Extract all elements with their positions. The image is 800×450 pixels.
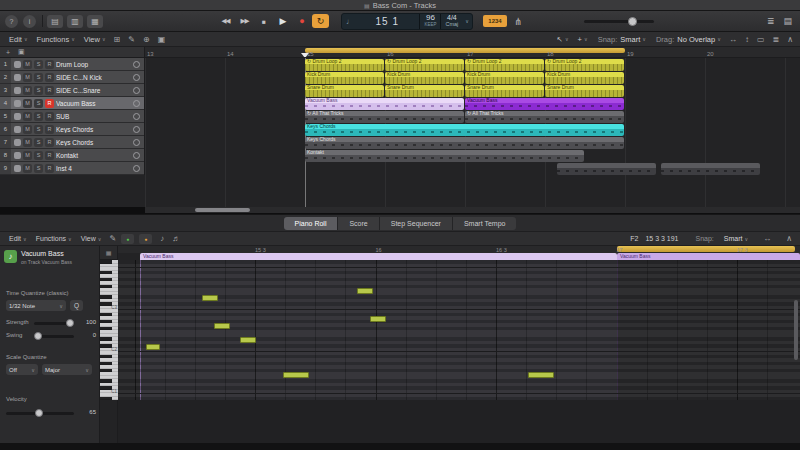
region[interactable]: Snare Drum (385, 85, 464, 97)
mixer-toggle-icon[interactable]: ▥ (67, 15, 83, 28)
pan-knob[interactable] (133, 100, 140, 107)
velocity-thumb[interactable] (35, 409, 43, 417)
region[interactable]: Kick Drum (465, 72, 544, 84)
pointer-tool-menu[interactable]: ↖∨ (557, 35, 569, 44)
collapse-icon[interactable]: ∧ (787, 35, 793, 44)
pan-knob[interactable] (133, 113, 140, 120)
record-button[interactable]: R (45, 60, 54, 69)
mute-button[interactable]: M (23, 164, 32, 173)
editor-functions-menu[interactable]: Functions∨ (36, 235, 72, 242)
drag-select[interactable]: No Overlap∨ (677, 35, 721, 44)
tab-score[interactable]: Score (338, 217, 379, 230)
track-header[interactable]: 5MSRSUB (0, 110, 144, 123)
strength-thumb[interactable] (66, 319, 74, 327)
record-button[interactable]: R (45, 138, 54, 147)
mute-button[interactable]: M (23, 138, 32, 147)
solo-button[interactable]: S (34, 112, 43, 121)
region[interactable]: Snare Drum (545, 85, 624, 97)
add-track-button[interactable]: + (6, 49, 10, 56)
scale-type-select[interactable]: Major∨ (42, 364, 92, 375)
pencil-icon[interactable]: ✎ (128, 35, 135, 44)
piano-keys[interactable]: C3C2C1 (100, 260, 118, 400)
track-header[interactable]: 4MSRVacuum Bass (0, 97, 144, 110)
zoom-horizontal-icon[interactable]: ↔ (729, 35, 737, 44)
stop-button[interactable]: ■ (255, 14, 272, 28)
edit-menu[interactable]: Edit∨ (9, 35, 28, 44)
cycle-button[interactable]: ↻ (312, 14, 329, 28)
region[interactable]: ↻ Drum Loop 2 (545, 59, 624, 71)
quantize-select[interactable]: 1/32 Note∨ (6, 300, 66, 311)
timeline-rows[interactable]: ↻ Drum Loop 2↻ Drum Loop 2↻ Drum Loop 2↻… (145, 58, 800, 207)
solo-button[interactable]: S (34, 151, 43, 160)
region[interactable]: ↻ Drum Loop 2 (465, 59, 544, 71)
solo-button[interactable]: S (34, 164, 43, 173)
scrollbar-thumb[interactable] (794, 300, 798, 360)
track-header[interactable]: 7MSRKeys Chords (0, 136, 144, 149)
solo-button[interactable]: S (34, 138, 43, 147)
solo-button[interactable]: S (34, 86, 43, 95)
region[interactable]: Kick Drum (305, 72, 384, 84)
command-click-tool-menu[interactable]: +∨ (578, 35, 588, 44)
eighth-note-icon[interactable]: ♪ (160, 234, 164, 243)
tab-piano-roll[interactable]: Piano Roll (284, 217, 339, 230)
zoom-tool-icon[interactable]: ⊕ (143, 35, 150, 44)
master-volume-slider[interactable] (584, 20, 654, 23)
track-header[interactable]: 6MSRKeys Chords (0, 123, 144, 136)
region-lane-strip[interactable]: Vacuum Bass (617, 253, 800, 260)
snap-select[interactable]: Smart∨ (620, 35, 646, 44)
pan-knob[interactable] (133, 61, 140, 68)
quantize-apply-button[interactable]: Q (70, 300, 83, 311)
midi-note[interactable] (240, 337, 256, 343)
mute-button[interactable]: M (23, 99, 32, 108)
functions-menu[interactable]: Functions∨ (37, 35, 75, 44)
track-header[interactable]: 2MSRSIDE C...N Kick (0, 71, 144, 84)
tracks-ruler[interactable]: 1314151617181920 (145, 47, 800, 58)
solo-button[interactable]: S (34, 99, 43, 108)
mute-button[interactable]: M (23, 151, 32, 160)
record-button[interactable]: ● (293, 14, 310, 28)
velocity-slider[interactable] (6, 412, 74, 415)
position-display[interactable]: 15 1 (355, 16, 419, 27)
tuning-fork-icon[interactable]: ⋔ (514, 16, 522, 27)
media-browser-icon[interactable]: ▤ (783, 16, 792, 26)
region[interactable]: Keys Chords (305, 137, 624, 149)
grid-icon[interactable]: ⊞ (114, 35, 121, 44)
rewind-button[interactable]: ◀◀ (217, 14, 234, 28)
solo-button[interactable]: S (34, 60, 43, 69)
horizontal-scrollbar[interactable] (145, 207, 800, 213)
chevron-down-icon[interactable]: ∨ (465, 18, 469, 24)
play-button[interactable]: ▶ (274, 14, 291, 28)
region[interactable]: Snare Drum (465, 85, 544, 97)
midi-note[interactable] (528, 372, 554, 378)
record-button[interactable]: R (45, 151, 54, 160)
editor-pencil-icon[interactable]: ✎ (109, 234, 116, 243)
mute-button[interactable]: M (23, 86, 32, 95)
pan-knob[interactable] (133, 126, 140, 133)
track-header[interactable]: 1MSRDrum Loop (0, 58, 144, 71)
pan-knob[interactable] (133, 165, 140, 172)
tab-smart-tempo[interactable]: Smart Tempo (453, 217, 517, 230)
pan-knob[interactable] (133, 87, 140, 94)
region[interactable]: Kick Drum (545, 72, 624, 84)
sixteenth-note-icon[interactable]: ♬ (172, 234, 180, 243)
record-button[interactable]: R (45, 99, 54, 108)
scale-root-select[interactable]: Off∨ (6, 364, 38, 375)
quick-help-icon[interactable]: ? (5, 15, 18, 28)
record-button[interactable]: R (45, 112, 54, 121)
region[interactable]: Vacuum Bass (465, 98, 624, 110)
marquee-tool-icon[interactable]: ▣ (158, 35, 166, 44)
region[interactable] (557, 163, 656, 175)
region[interactable]: Kontakt (305, 150, 584, 162)
editor-collapse-icon[interactable]: ∧ (786, 234, 792, 243)
list-editors-icon[interactable]: ≣ (767, 16, 775, 26)
record-button[interactable]: R (45, 125, 54, 134)
volume-thumb[interactable] (628, 17, 637, 26)
tab-step-sequencer[interactable]: Step Sequencer (380, 217, 453, 230)
tempo-display[interactable]: 96 KEEP (419, 14, 440, 29)
editor-cycle-region[interactable] (617, 246, 795, 252)
mute-button[interactable]: M (23, 112, 32, 121)
scrollbar-thumb[interactable] (195, 208, 250, 212)
note-grid[interactable] (118, 260, 800, 443)
mute-button[interactable]: M (23, 125, 32, 134)
solo-button[interactable]: S (34, 125, 43, 134)
